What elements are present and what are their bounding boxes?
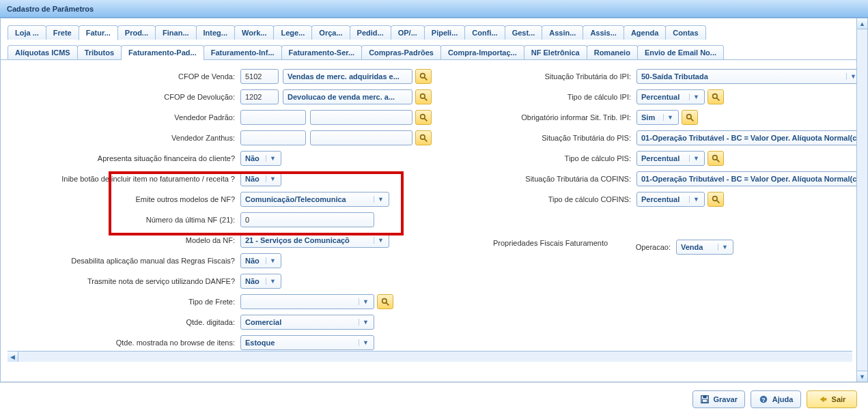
sub-tab-2[interactable]: Faturamento-Pad...	[121, 45, 204, 60]
sub-tab-7[interactable]: NF Eletrônica	[524, 45, 587, 59]
chevron-down-icon: ▼	[689, 94, 700, 100]
select-tipo-frete[interactable]: ▼	[240, 294, 374, 309]
main-tab-3[interactable]: Prod...	[117, 25, 156, 40]
input-cfop-venda-code[interactable]	[240, 69, 279, 84]
main-tab-5[interactable]: Integ...	[196, 25, 235, 40]
select-tipo-calc-pis[interactable]: Percentual▼	[636, 151, 705, 166]
sub-tab-6[interactable]: Compra-Importaç...	[440, 45, 524, 59]
search-icon	[711, 92, 720, 102]
main-tab-15[interactable]: Assis...	[583, 25, 624, 40]
svg-line-1	[424, 77, 427, 80]
select-tipo-calc-ipi[interactable]: Percentual▼	[636, 89, 705, 104]
select-inibe-botao[interactable]: Não▼	[240, 171, 281, 186]
select-sit-ipi[interactable]: 50-Saída Tributada▼	[636, 69, 862, 84]
svg-line-7	[424, 139, 427, 141]
lookup-tipo-calc-ipi[interactable]	[708, 89, 724, 104]
main-tab-10[interactable]: OP/...	[391, 25, 425, 40]
main-tab-6[interactable]: Work...	[234, 25, 274, 40]
svg-point-8	[382, 298, 387, 303]
sair-button[interactable]: Sair	[807, 390, 857, 408]
input-vendedor-padrao[interactable]	[240, 110, 306, 125]
svg-point-10	[712, 94, 717, 98]
select-emite-nf[interactable]: Comunicação/Telecomunica▼	[240, 192, 389, 207]
main-tab-11[interactable]: Pipeli...	[424, 25, 466, 40]
svg-point-2	[420, 94, 425, 98]
select-qtde-digitada[interactable]: Comercial▼	[240, 315, 374, 330]
label-operacao: Operacao:	[459, 243, 676, 251]
select-trasmite-danfe[interactable]: Não▼	[240, 274, 281, 289]
label-cfop-venda: CFOP de Venda:	[12, 72, 240, 81]
select-obrig-sit-ipi[interactable]: Sim▼	[636, 110, 679, 125]
lookup-tipo-calc-pis[interactable]	[708, 151, 724, 166]
lookup-tipo-frete[interactable]	[377, 294, 393, 309]
input-cfop-devolucao-code[interactable]	[240, 89, 279, 104]
sub-tab-8[interactable]: Romaneio	[587, 45, 638, 59]
chevron-down-icon: ▼	[359, 339, 369, 346]
svg-point-0	[420, 73, 425, 78]
search-icon	[380, 297, 390, 306]
chevron-down-icon: ▼	[359, 298, 369, 305]
lookup-cfop-devolucao[interactable]	[415, 89, 432, 104]
lookup-cfop-venda[interactable]	[415, 69, 432, 84]
select-sit-cofins[interactable]: 01-Operação Tributável - BC = Valor Oper…	[636, 171, 867, 186]
main-tab-1[interactable]: Frete	[46, 25, 79, 40]
sub-tab-0[interactable]: Alíquotas ICMS	[8, 45, 78, 59]
search-icon	[685, 113, 695, 122]
sub-tab-3[interactable]: Faturamento-Inf...	[204, 45, 282, 59]
scroll-down-icon[interactable]: ▼	[857, 371, 867, 382]
svg-rect-19	[703, 395, 706, 398]
window-title: Cadastro de Parâmetros	[0, 0, 868, 18]
input-num-ultima-nf[interactable]	[240, 212, 374, 227]
main-tab-0[interactable]: Loja ...	[8, 25, 46, 40]
select-apresenta-sit[interactable]: Não▼	[240, 151, 281, 166]
svg-line-3	[424, 98, 427, 100]
scroll-left-icon[interactable]: ◀	[8, 352, 18, 362]
main-tab-17[interactable]: Contas	[665, 25, 705, 40]
desc-cfop-venda: Vendas de merc. adquiridas e...	[283, 69, 412, 84]
main-tab-13[interactable]: Gest...	[505, 25, 543, 40]
chevron-down-icon: ▼	[846, 73, 857, 80]
select-desabilita-regras[interactable]: Não▼	[240, 253, 281, 268]
label-cfop-devolucao: CFOP de Devolução:	[12, 93, 240, 101]
select-modelo-nf[interactable]: 21 - Serviços de Comunicaçõ▼	[240, 233, 389, 248]
desc-cfop-devolucao: Devolucao de venda merc. a...	[283, 89, 412, 104]
label-emite-nf: Emite outros modelos de NF?	[12, 195, 240, 203]
label-vendedor-zanthus: Vendedor Zanthus:	[12, 134, 240, 142]
main-tab-14[interactable]: Assin...	[542, 25, 583, 40]
main-tab-4[interactable]: Finan...	[155, 25, 197, 40]
main-tab-7[interactable]: Lege...	[273, 25, 312, 40]
save-icon	[700, 395, 710, 404]
lookup-vendedor-padrao[interactable]	[415, 110, 432, 125]
main-tab-12[interactable]: Confi...	[464, 25, 505, 40]
main-tabs: Loja ...FreteFatur...Prod...Finan...Inte…	[1, 18, 867, 40]
select-sit-pis[interactable]: 01-Operação Tributável - BC = Valor Oper…	[636, 130, 867, 145]
sub-tab-5[interactable]: Compras-Padrões	[361, 45, 441, 59]
gravar-button[interactable]: Gravar	[692, 390, 745, 408]
label-trasmite-danfe: Trasmite nota de serviço utilizando DANF…	[12, 277, 240, 285]
main-panel: Loja ...FreteFatur...Prod...Finan...Inte…	[0, 18, 868, 382]
lookup-obrig-sit-ipi[interactable]	[682, 110, 698, 125]
ajuda-button[interactable]: ? Ajuda	[751, 390, 801, 408]
right-column: Situação Tributária do IPI: 50-Saída Tri…	[459, 68, 867, 362]
sub-tab-4[interactable]: Faturamento-Ser...	[281, 45, 363, 59]
main-tab-16[interactable]: Agenda	[624, 25, 666, 40]
main-tab-8[interactable]: Orça...	[311, 25, 350, 40]
sub-tab-1[interactable]: Tributos	[77, 45, 122, 59]
main-tab-2[interactable]: Fatur...	[79, 25, 118, 40]
input-vendedor-zanthus[interactable]	[240, 130, 306, 145]
chevron-down-icon: ▼	[374, 237, 384, 244]
sub-tab-9[interactable]: Envio de Email No...	[637, 45, 724, 59]
help-icon: ?	[759, 395, 768, 404]
chevron-down-icon: ▼	[266, 257, 277, 264]
scroll-up-icon[interactable]: ▲	[857, 18, 867, 29]
scrollbar-horizontal[interactable]: ◀	[8, 351, 852, 362]
select-qtde-mostrada[interactable]: Estoque▼	[240, 335, 374, 350]
main-tab-9[interactable]: Pedid...	[350, 25, 391, 40]
scrollbar-vertical[interactable]: ▲ ▼	[856, 18, 867, 382]
search-icon	[419, 113, 428, 122]
select-operacao[interactable]: Venda▼	[676, 240, 733, 255]
lookup-vendedor-zanthus[interactable]	[415, 130, 432, 145]
search-icon	[419, 92, 428, 102]
lookup-tipo-calc-cofins[interactable]	[708, 192, 724, 207]
select-tipo-calc-cofins[interactable]: Percentual▼	[636, 192, 705, 207]
